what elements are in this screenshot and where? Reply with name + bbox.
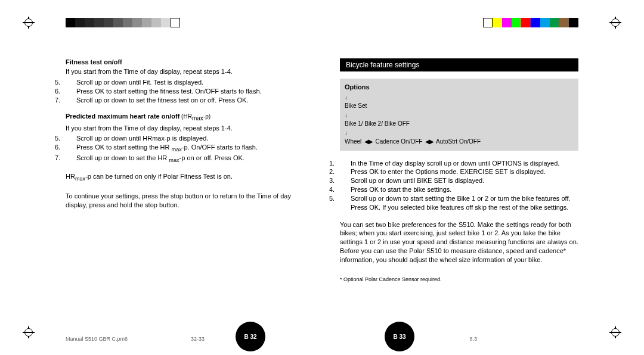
step-text: Scroll up or down until Fit. Test is dis… <box>76 79 203 86</box>
footer-filename: Manual S510 GBR C.pm6 <box>66 336 128 342</box>
registration-mark <box>609 326 621 338</box>
step-item: 5.Scroll up or down to start setting the… <box>351 194 578 212</box>
step-text: In the Time of day display scroll up or … <box>351 160 559 167</box>
step-text: Scroll up or down until BIKE SET is disp… <box>351 177 484 184</box>
step-text: Press OK to enter the Options mode. EXER… <box>351 168 546 175</box>
steps-hrmax: 5.Scroll up or down until HRmax-p is dis… <box>66 134 304 164</box>
right-page: Bicycle feature settings Options ↓ Bike … <box>340 58 578 282</box>
arrow-down-icon: ↓ <box>345 93 348 102</box>
body-text: You can set two bike preferences for the… <box>340 220 578 264</box>
section-heading-bicycle: Bicycle feature settings <box>340 58 578 71</box>
grayscale-bar <box>66 18 180 27</box>
step-text: Scroll up or down until HRmax-p is displ… <box>76 135 208 142</box>
note-text: HRmax-p can be turned on only if Polar F… <box>66 172 304 183</box>
steps-fitness: 5.Scroll up or down until Fit. Test is d… <box>66 78 304 105</box>
footer-stamp: 8.3 <box>469 336 477 342</box>
footer-page-range: 32-33 <box>191 336 205 342</box>
step-text: Press OK to start setting the fitness te… <box>76 88 262 95</box>
step-item: 5.Scroll up or down until Fit. Test is d… <box>76 78 304 87</box>
options-diagram: Options ↓ Bike Set ↓ Bike 1/ Bike 2/ Bik… <box>340 79 578 151</box>
intro-text: If you start from the Time of day displa… <box>66 124 304 133</box>
step-item: 7.Scroll up or down to set the HR max-p … <box>76 154 304 164</box>
color-bar <box>483 18 578 27</box>
options-line: Bike 1/ Bike 2/ Bike OFF <box>345 119 574 128</box>
footnote: * Optional Polar Cadence Sensor required… <box>340 276 578 282</box>
options-line: Wheel ◀▶ Cadence On/OFF ◀▶ AutoStrt On/O… <box>345 137 574 146</box>
arrow-down-icon: ↓ <box>345 111 348 120</box>
options-title: Options <box>345 82 574 92</box>
page-badge-left: B 32 <box>236 322 265 351</box>
step-item: 4.Press OK to start the bike settings. <box>351 185 578 194</box>
double-arrow-icon: ◀▶ <box>363 137 374 146</box>
arrow-down-icon: ↓ <box>345 129 348 138</box>
left-page: Fitness test on/off If you start from th… <box>66 58 304 282</box>
heading-fitness-test: Fitness test on/off <box>66 58 304 66</box>
steps-bike: 1.In the Time of day display scroll up o… <box>340 159 578 212</box>
double-arrow-icon: ◀▶ <box>424 137 435 146</box>
step-item: 1.In the Time of day display scroll up o… <box>351 159 578 168</box>
step-text: Scroll up or down to set the fitness tes… <box>76 96 248 104</box>
step-text: Press OK to start setting the HR max-p. … <box>76 144 258 151</box>
step-item: 3.Scroll up or down until BIKE SET is di… <box>351 176 578 185</box>
page-spread: Fitness test on/off If you start from th… <box>66 58 578 282</box>
step-item: 7.Scroll up or down to set the fitness t… <box>76 96 304 105</box>
intro-text: If you start from the Time of day displa… <box>66 67 304 76</box>
registration-mark <box>23 17 35 29</box>
step-item: 2.Press OK to enter the Options mode. EX… <box>351 167 578 176</box>
heading-hrmax: Predicted maximum heart rate on/off (HRm… <box>66 113 304 122</box>
step-text: Scroll up or down to set the HR max-p on… <box>76 154 244 161</box>
step-item: 5.Scroll up or down until HRmax-p is dis… <box>76 134 304 143</box>
registration-mark <box>609 17 621 29</box>
registration-mark <box>23 326 35 338</box>
options-line: Bike Set <box>345 101 574 110</box>
step-text: Press OK to start the bike settings. <box>351 186 451 193</box>
step-item: 6.Press OK to start setting the HR max-p… <box>76 143 304 154</box>
step-item: 6.Press OK to start setting the fitness … <box>76 87 304 96</box>
page-badge-right: B 33 <box>385 322 414 351</box>
tail-text: To continue your settings, press the sto… <box>66 192 304 210</box>
step-text: Scroll up or down to start setting the B… <box>351 195 571 211</box>
